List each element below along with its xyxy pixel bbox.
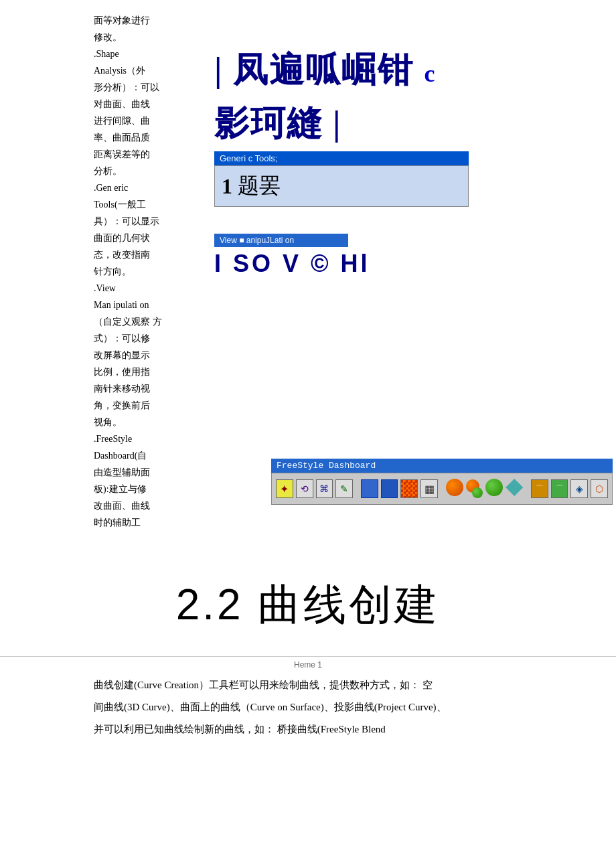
- left-s2t3: 态，改变指南: [94, 248, 204, 262]
- view-bar-label: View ■ anipuJLati on: [220, 236, 294, 245]
- left-s4t1: 由造型辅助面: [94, 465, 204, 479]
- bottom-line-1: 曲线创建(Curve Creation）工具栏可以用来绘制曲线，提供数种方式，如…: [94, 676, 576, 694]
- fs-teal-shape: [506, 479, 523, 499]
- page-container: 面等对象进行 修改。 .Shape Analysis（外 形分析）：可以 对曲面…: [0, 0, 616, 857]
- left-s3t6: 角，变换前后: [94, 398, 204, 412]
- left-s4t4: 时的辅助工: [94, 516, 204, 530]
- left-s2t1: 具）：可以显示: [94, 214, 204, 228]
- section-22-area: 2.2 曲线创建: [0, 576, 616, 634]
- bottom-text-area: 曲线创建(Curve Creation）工具栏可以用来绘制曲线，提供数种方式，如…: [94, 676, 576, 738]
- teal-diamond-icon: [506, 479, 523, 496]
- left-section2-title: .Gen eric: [94, 181, 204, 195]
- left-para-1: 面等对象进行: [94, 13, 204, 27]
- freestyle-toolbar-icons: ✦ ⟲ ⌘ ✎ ▦: [271, 473, 613, 505]
- fs-tool-icon-3[interactable]: ⌘: [316, 479, 333, 498]
- left-s2t2: 曲面的几何状: [94, 231, 204, 245]
- fs-orange-shape: [446, 479, 463, 499]
- freestyle-bar-label: FreeStyle Dashboard: [277, 461, 376, 471]
- left-s4t3: 改曲面、曲线: [94, 499, 204, 513]
- left-s4sub: Dashboard(自: [94, 449, 204, 463]
- view-bar-title: View ■ anipuJLati on: [214, 234, 348, 247]
- left-s1t4: 率、曲面品质: [94, 131, 204, 145]
- view-manipulation-section: View ■ anipuJLati on I SO V © Hl: [214, 234, 469, 278]
- section-divider: [0, 656, 616, 657]
- toolbar-bar-label: Generi c Tools;: [220, 153, 277, 163]
- left-section4-title: .FreeStyle: [94, 432, 204, 446]
- fs-tool-icon-10[interactable]: ⌒: [551, 479, 568, 498]
- fs-tool-icon-9[interactable]: ⌒: [531, 479, 548, 498]
- left-s1t1: 形分析）：可以: [94, 80, 204, 94]
- toolbar-number: 1: [222, 174, 232, 199]
- fs-tool-icon-4[interactable]: ✎: [335, 479, 353, 498]
- theme-label: Heme 1: [294, 660, 322, 670]
- left-para-1b: 修改。: [94, 30, 204, 44]
- fs-orange-green-combo: [466, 479, 483, 498]
- left-section3-title: .View: [94, 281, 204, 295]
- generic-tools-bar: Generi c Tools; 1 题罢: [214, 151, 603, 207]
- view-icons: I SO V © Hl: [214, 250, 469, 278]
- fs-green-shape: [485, 479, 503, 499]
- left-s3t2: 式）：可以修: [94, 331, 204, 345]
- fs-tool-icon-6[interactable]: [381, 479, 398, 498]
- left-s1t5: 距离误差等的: [94, 147, 204, 161]
- big-heading-1: | 凤遍呱崛钳 c: [214, 47, 603, 94]
- left-s4t2: 板):建立与修: [94, 482, 204, 496]
- bottom-line-3: 并可以利用已知曲线绘制新的曲线，如： 桥接曲线(FreeStyle Blend: [94, 720, 576, 738]
- left-s3t4: 比例，使用指: [94, 365, 204, 379]
- fs-tool-icon-11[interactable]: ◈: [570, 479, 588, 498]
- fs-tool-icon-2[interactable]: ⟲: [296, 479, 313, 498]
- combo-green: [472, 487, 483, 498]
- fs-tool-icon-5[interactable]: [361, 479, 378, 498]
- toolbar-title-bar: Generi c Tools;: [214, 151, 469, 165]
- left-section1-sub: Analysis（外: [94, 64, 204, 78]
- theme-label-area: Heme 1: [0, 658, 616, 670]
- left-s2sub: Tools(一般工: [94, 198, 204, 212]
- fs-tool-icon-7[interactable]: [400, 479, 418, 498]
- left-column-text: 面等对象进行 修改。 .Shape Analysis（外 形分析）：可以 对曲面…: [94, 13, 204, 532]
- section-22-title: 2.2 曲线创建: [0, 576, 616, 634]
- toolbar-chinese-text: 题罢: [238, 171, 281, 201]
- toolbar-content-area: 1 题罢: [214, 165, 469, 207]
- left-s1t2: 对曲面、曲线: [94, 97, 204, 111]
- big-heading-2: 影珂縫 |: [214, 100, 603, 147]
- left-s1t6: 分析。: [94, 164, 204, 178]
- heading1-c: c: [424, 60, 436, 87]
- heading1-text: | 凤遍呱崛钳: [214, 51, 424, 89]
- left-section1-title: .Shape: [94, 47, 204, 61]
- orange-circle-icon: [446, 479, 463, 496]
- left-s3t5: 南针来移动视: [94, 382, 204, 396]
- left-s1t3: 进行间隙、曲: [94, 114, 204, 128]
- fs-tool-icon-12[interactable]: ⬡: [591, 479, 608, 498]
- green-circle-icon: [485, 479, 503, 496]
- right-area: | 凤遍呱崛钳 c 影珂縫 | Generi c Tools; 1 题罢 Vie…: [214, 13, 603, 278]
- freestyle-bar-title: FreeStyle Dashboard: [271, 459, 613, 473]
- heading2-text: 影珂縫 |: [214, 104, 341, 143]
- left-s3t1: （自定义观察 方: [94, 315, 204, 329]
- fs-tool-icon-1[interactable]: ✦: [276, 479, 293, 498]
- left-s3t3: 改屏幕的显示: [94, 348, 204, 362]
- fs-tool-icon-8[interactable]: ▦: [420, 479, 438, 498]
- left-s2t4: 针方向。: [94, 264, 204, 279]
- bottom-line-2: 间曲线(3D Curve)、曲面上的曲线（Curve on Surface)、投…: [94, 698, 576, 716]
- left-s3sub: Man ipulati on: [94, 298, 204, 312]
- freestyle-dashboard-section: FreeStyle Dashboard ✦ ⟲ ⌘ ✎ ▦: [271, 459, 613, 505]
- left-s3t7: 视角。: [94, 415, 204, 429]
